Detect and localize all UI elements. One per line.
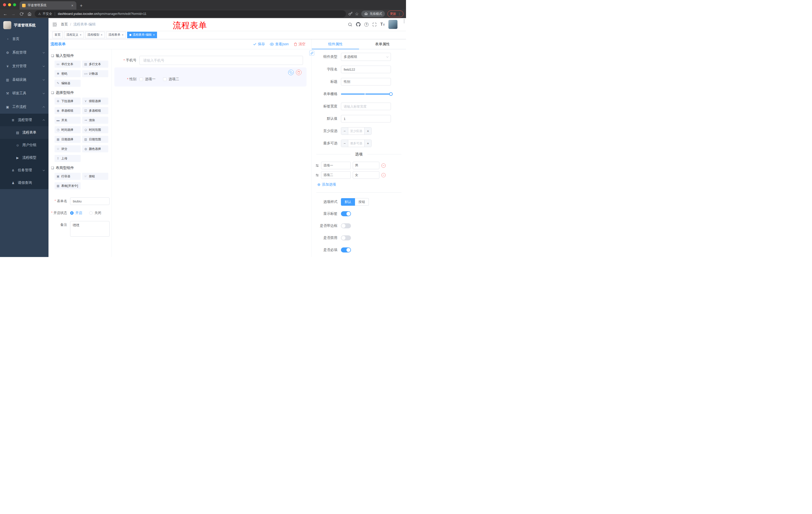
search-icon[interactable] bbox=[348, 22, 352, 27]
palette-item-slider[interactable]: ⊸滑块 bbox=[82, 117, 108, 124]
remove-option-icon[interactable]: − bbox=[381, 173, 386, 177]
font-size-icon[interactable]: TT bbox=[380, 22, 385, 26]
palette-item-row-container[interactable]: ▣行容器 bbox=[55, 173, 81, 180]
tag-home[interactable]: 首页 bbox=[52, 32, 63, 38]
fullscreen-icon[interactable] bbox=[372, 22, 377, 27]
browser-tab[interactable]: 芋道管理系统 × bbox=[20, 1, 76, 9]
palette-item-single-text[interactable]: ▭单行文本 bbox=[55, 61, 81, 67]
save-button[interactable]: 保存 bbox=[253, 42, 265, 47]
tab-close-icon[interactable]: × bbox=[71, 3, 74, 8]
option2-name-input[interactable] bbox=[321, 171, 351, 179]
palette-item-radio-group[interactable]: ◉单选框组 bbox=[55, 107, 81, 114]
canvas-field-gender-selected[interactable]: 性别 选项一 选项二 bbox=[114, 67, 307, 86]
palette-item-time-range[interactable]: ◶时间范围 bbox=[82, 126, 108, 133]
close-icon[interactable]: × bbox=[80, 33, 82, 36]
style-button-button[interactable]: 按钮 bbox=[355, 198, 369, 206]
palette-item-password[interactable]: ✱密码 bbox=[55, 70, 81, 77]
palette-item-time[interactable]: ◷时间选择 bbox=[55, 126, 81, 133]
palette-item-date[interactable]: ▦日期选择 bbox=[55, 136, 81, 143]
delete-component-button[interactable] bbox=[296, 70, 301, 75]
max-select-stepper[interactable]: − 最多可选 + bbox=[341, 140, 372, 147]
hamburger-icon[interactable] bbox=[49, 22, 61, 27]
add-option-button[interactable]: ⊕ 添加选项 bbox=[317, 182, 406, 187]
avatar-caret-icon[interactable] bbox=[404, 19, 404, 23]
option1-name-input[interactable] bbox=[321, 162, 351, 169]
style-default-button[interactable]: 默认 bbox=[341, 198, 355, 206]
new-tab-button[interactable]: + bbox=[80, 3, 83, 8]
sidebar-item-process-model[interactable]: ▶ 流程模型 bbox=[0, 152, 49, 164]
help-icon[interactable]: ? bbox=[364, 22, 369, 27]
sidebar-item-process-mgmt[interactable]: ≣ 流程管理 bbox=[0, 114, 49, 126]
tag-process-definition[interactable]: 流程定义× bbox=[64, 32, 84, 38]
palette-item-editor[interactable]: ✎编辑器 bbox=[55, 80, 81, 87]
tag-process-form-edit[interactable]: 流程表单-编辑× bbox=[127, 32, 157, 38]
increase-button[interactable]: + bbox=[364, 140, 371, 147]
close-icon[interactable]: × bbox=[101, 33, 103, 36]
gender-option1-checkbox[interactable]: 选项一 bbox=[140, 77, 155, 81]
field-name-input[interactable] bbox=[341, 65, 391, 73]
palette-item-multi-text[interactable]: ▤多行文本 bbox=[82, 61, 108, 67]
close-window-button[interactable] bbox=[3, 3, 6, 6]
sidebar-item-workflow[interactable]: ▣ 工作流程 bbox=[0, 100, 49, 114]
link-icon[interactable] bbox=[309, 51, 314, 56]
label-width-input[interactable] bbox=[341, 103, 391, 110]
palette-item-rate[interactable]: ☆评分 bbox=[55, 145, 81, 153]
default-value-input[interactable] bbox=[341, 115, 391, 123]
palette-item-cascader[interactable]: ⋎级联选择 bbox=[82, 98, 108, 105]
slider-handle[interactable] bbox=[389, 92, 393, 96]
sidebar-item-system-mgmt[interactable]: ⚙ 系统管理 bbox=[0, 46, 49, 59]
browser-update-button[interactable]: 更新 ⋮ bbox=[387, 10, 404, 17]
status-off-radio[interactable]: 关闭 bbox=[89, 211, 101, 215]
decrease-button[interactable]: − bbox=[341, 128, 348, 135]
close-icon[interactable]: × bbox=[153, 33, 155, 36]
maximize-window-button[interactable] bbox=[13, 3, 16, 6]
tag-process-form[interactable]: 流程表单× bbox=[106, 32, 126, 38]
palette-item-date-range[interactable]: ▧日期范围 bbox=[82, 136, 108, 143]
sidebar-item-dev-tools[interactable]: ⚒ 研发工具 bbox=[0, 86, 49, 100]
forward-button[interactable]: → bbox=[10, 12, 16, 16]
title-input[interactable] bbox=[341, 78, 391, 85]
back-button[interactable]: ← bbox=[2, 12, 8, 16]
sidebar-item-leave-query[interactable]: ♟ 请假查询 bbox=[0, 177, 49, 189]
sidebar-item-process-form[interactable]: ▤ 流程表单 bbox=[0, 126, 49, 139]
github-icon[interactable] bbox=[356, 22, 360, 27]
gender-option2-checkbox[interactable]: 选项二 bbox=[163, 77, 179, 81]
close-icon[interactable]: × bbox=[122, 33, 124, 36]
component-type-select[interactable]: 多选框组 bbox=[341, 53, 391, 61]
sidebar-item-home[interactable]: ◔ 首页 bbox=[0, 32, 49, 46]
option2-value-input[interactable] bbox=[353, 171, 379, 179]
palette-item-checkbox-group[interactable]: ☑多选框组 bbox=[82, 107, 108, 114]
form-name-input[interactable] bbox=[70, 197, 110, 205]
sidebar-item-user-group[interactable]: ☺ 用户分组 bbox=[0, 139, 49, 152]
home-button[interactable] bbox=[27, 12, 32, 16]
canvas-field-phone[interactable]: 手机号 bbox=[114, 56, 307, 65]
breadcrumb-home[interactable]: 首页 bbox=[61, 22, 68, 27]
palette-item-table[interactable]: ▦表格[开发中] bbox=[55, 182, 81, 189]
reload-button[interactable] bbox=[19, 12, 24, 16]
view-json-button[interactable]: 查看json bbox=[270, 42, 289, 47]
sidebar-item-payment-mgmt[interactable]: ¥ 支付管理 bbox=[0, 59, 49, 73]
palette-item-upload[interactable]: ⇪上传 bbox=[55, 155, 81, 162]
clear-button[interactable]: 清空 bbox=[294, 42, 306, 47]
status-on-radio[interactable]: 开启 bbox=[70, 211, 82, 215]
palette-item-select[interactable]: ⊚下拉选择 bbox=[55, 98, 81, 105]
bookmark-star-icon[interactable]: ☆ bbox=[355, 12, 359, 16]
sidebar-item-task-mgmt[interactable]: ⋔ 任务管理 bbox=[0, 164, 49, 177]
password-key-icon[interactable] bbox=[348, 11, 352, 16]
show-label-switch[interactable] bbox=[341, 211, 351, 216]
disabled-switch[interactable] bbox=[341, 235, 351, 240]
drag-handle-icon[interactable] bbox=[315, 173, 319, 177]
decrease-button[interactable]: − bbox=[341, 140, 348, 147]
tag-process-model[interactable]: 流程模型× bbox=[85, 32, 105, 38]
remove-option-icon[interactable]: − bbox=[381, 163, 386, 168]
palette-item-color[interactable]: ◍颜色选择 bbox=[82, 145, 108, 153]
palette-item-button[interactable]: ☞按钮 bbox=[82, 173, 108, 180]
option1-value-input[interactable] bbox=[353, 162, 379, 169]
sidebar-item-infrastructure[interactable]: ▥ 基础设施 bbox=[0, 73, 49, 86]
address-bar[interactable]: ⚠ 不安全 dashboard.yudao.iocoder.cn/bpm/man… bbox=[35, 10, 346, 17]
border-switch[interactable] bbox=[341, 223, 351, 228]
user-avatar[interactable] bbox=[388, 20, 398, 29]
tab-form-props[interactable]: 表单属性 bbox=[359, 39, 406, 49]
palette-item-switch[interactable]: ▬开关 bbox=[55, 117, 81, 124]
phone-input[interactable] bbox=[140, 56, 303, 65]
